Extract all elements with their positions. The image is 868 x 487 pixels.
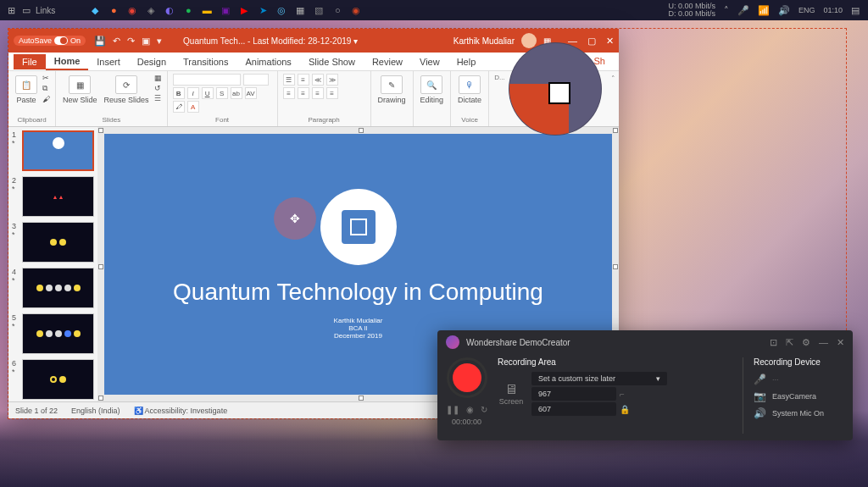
- dc-pin-icon[interactable]: ⊡: [770, 337, 777, 348]
- dictate-button[interactable]: 🎙Dictate: [456, 74, 483, 106]
- layout-icon[interactable]: ▦: [154, 74, 162, 82]
- powerpoint-icon[interactable]: ◉: [350, 4, 362, 16]
- notification-icon[interactable]: ▤: [851, 5, 860, 16]
- menu-home[interactable]: Home: [46, 53, 89, 70]
- spotify-icon[interactable]: ●: [182, 4, 194, 16]
- thumbnail-2[interactable]: ▲▲: [22, 176, 94, 217]
- italic-button[interactable]: I: [187, 87, 199, 99]
- section-icon[interactable]: ☰: [154, 94, 162, 102]
- restart-icon[interactable]: ↻: [481, 405, 487, 414]
- font-size[interactable]: [243, 74, 269, 86]
- user-name[interactable]: Karthik Mudaliar: [453, 36, 515, 46]
- mic-device-row[interactable]: 🎤···: [754, 374, 844, 385]
- numbering-button[interactable]: ≡: [298, 74, 309, 86]
- redo-icon[interactable]: ↷: [127, 36, 135, 47]
- thumbnail-4[interactable]: [22, 268, 94, 308]
- dc-close-button[interactable]: ✕: [837, 337, 844, 348]
- close-button[interactable]: ✕: [606, 36, 614, 47]
- thumbnail-5[interactable]: [22, 313, 94, 354]
- menu-slideshow[interactable]: Slide Show: [300, 54, 364, 69]
- chrome-icon[interactable]: ◉: [126, 4, 138, 16]
- height-input[interactable]: 607: [531, 402, 616, 416]
- cut-icon[interactable]: ✂: [42, 74, 50, 82]
- paste-button[interactable]: 📋Paste: [14, 74, 39, 106]
- app-icon[interactable]: ◎: [275, 4, 287, 16]
- app-icon[interactable]: ▦: [294, 4, 306, 16]
- justify-button[interactable]: ≡: [326, 87, 338, 99]
- indent-dec-button[interactable]: ≪: [312, 74, 324, 86]
- dc-settings-icon[interactable]: ⚙: [802, 337, 810, 348]
- slideshow-icon[interactable]: ▣: [142, 36, 150, 47]
- app-icon[interactable]: ●: [108, 4, 120, 16]
- mic-icon[interactable]: 🎤: [737, 5, 749, 16]
- youtube-icon[interactable]: ▶: [238, 4, 250, 16]
- start-icon[interactable]: ⊞: [5, 4, 17, 16]
- align-right-button[interactable]: ≡: [312, 87, 324, 99]
- font-color-button[interactable]: A: [187, 101, 199, 113]
- strike-button[interactable]: S: [216, 87, 228, 99]
- up-icon[interactable]: ˄: [724, 5, 729, 16]
- telegram-icon[interactable]: ➤: [257, 4, 269, 16]
- menu-view[interactable]: View: [411, 54, 448, 69]
- editing-button[interactable]: 🔍Editing: [419, 74, 446, 106]
- format-painter-icon[interactable]: 🖌: [42, 95, 50, 103]
- font-selector[interactable]: [173, 74, 241, 86]
- shadow-button[interactable]: ab: [231, 87, 242, 99]
- size-dropdown[interactable]: Set a custom size later▾: [531, 372, 667, 385]
- dc-title-bar[interactable]: Wondershare DemoCreator ⊡ ⇱ ⚙ — ✕: [437, 330, 853, 354]
- accessibility-status[interactable]: ♿ Accessibility: Investigate: [134, 407, 228, 415]
- spacing-button[interactable]: AV: [245, 87, 257, 99]
- system-audio-row[interactable]: 🔊System Mic On: [754, 407, 844, 419]
- app-icon[interactable]: ○: [331, 4, 343, 16]
- drawing-button[interactable]: ✎Drawing: [376, 74, 408, 106]
- maximize-button[interactable]: ▢: [587, 36, 596, 47]
- dc-minimize-button[interactable]: —: [819, 337, 828, 348]
- reuse-slides-button[interactable]: ⟳Reuse Slides: [103, 74, 151, 106]
- thumbnail-3[interactable]: [22, 222, 94, 263]
- language-indicator[interactable]: ENG: [798, 6, 815, 14]
- record-button[interactable]: [447, 357, 487, 398]
- app-icon[interactable]: ◐: [164, 4, 175, 16]
- menu-design[interactable]: Design: [129, 54, 175, 69]
- menu-insert[interactable]: Insert: [88, 54, 129, 69]
- camera-device-row[interactable]: 📷EasyCamera: [754, 390, 844, 402]
- lock-icon[interactable]: 🔒: [620, 405, 630, 414]
- more-icon[interactable]: ▾: [157, 36, 162, 47]
- clock[interactable]: 01:10: [823, 6, 843, 14]
- app-icon[interactable]: ◈: [145, 4, 157, 16]
- dc-popout-icon[interactable]: ⇱: [786, 337, 793, 348]
- collapse-ribbon-icon[interactable]: ˄: [608, 71, 619, 126]
- taskbar-links-label[interactable]: Links: [36, 6, 55, 15]
- thumbnail-6[interactable]: [22, 359, 94, 400]
- explorer-icon[interactable]: ▬: [201, 4, 213, 16]
- app-icon[interactable]: ▧: [313, 4, 325, 16]
- menu-animations[interactable]: Animations: [236, 54, 299, 69]
- new-slide-button[interactable]: ▦New Slide: [61, 74, 99, 106]
- stop-icon[interactable]: ◉: [466, 405, 474, 414]
- highlight-button[interactable]: 🖍: [173, 101, 185, 113]
- wifi-icon[interactable]: 📶: [758, 5, 770, 16]
- menu-help[interactable]: Help: [448, 54, 485, 69]
- menu-file[interactable]: File: [14, 54, 46, 69]
- slide-counter[interactable]: Slide 1 of 22: [15, 407, 58, 415]
- onenote-icon[interactable]: ▣: [220, 4, 231, 16]
- autosave-toggle[interactable]: AutoSave On: [14, 36, 86, 46]
- align-left-button[interactable]: ≡: [283, 87, 295, 99]
- align-center-button[interactable]: ≡: [298, 87, 309, 99]
- width-input[interactable]: 967: [531, 387, 616, 401]
- volume-icon[interactable]: 🔊: [778, 5, 790, 16]
- indent-inc-button[interactable]: ≫: [326, 74, 338, 86]
- underline-button[interactable]: U: [202, 87, 214, 99]
- bullets-button[interactable]: ☰: [283, 74, 295, 86]
- screen-source-button[interactable]: 🖥 Screen: [498, 382, 525, 406]
- thumbnail-1[interactable]: [22, 130, 94, 171]
- task-view-icon[interactable]: ▭: [20, 4, 32, 16]
- language-status[interactable]: English (India): [71, 407, 120, 415]
- reset-icon[interactable]: ↺: [154, 84, 162, 92]
- copy-icon[interactable]: ⧉: [42, 84, 50, 93]
- avatar[interactable]: [521, 33, 537, 48]
- undo-icon[interactable]: ↶: [113, 36, 120, 47]
- app-icon[interactable]: ◆: [89, 4, 101, 16]
- pause-icon[interactable]: ❚❚: [446, 405, 459, 414]
- menu-review[interactable]: Review: [364, 54, 411, 69]
